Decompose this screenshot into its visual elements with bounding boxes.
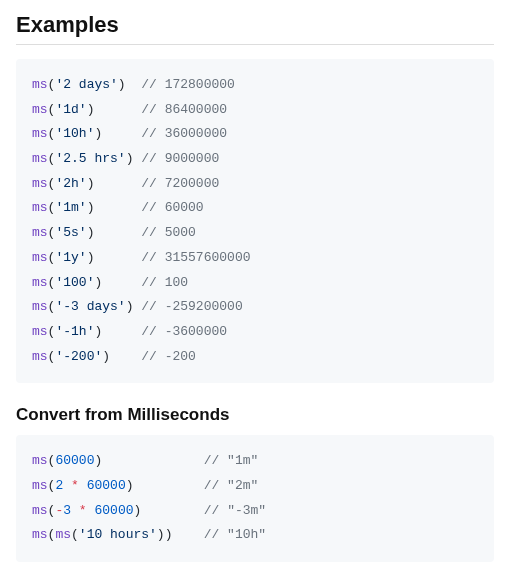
code-line: ms('-3 days') // -259200000 xyxy=(32,299,243,314)
code-line: ms(-3 * 60000) // "-3m" xyxy=(32,503,266,518)
code-line: ms('1d') // 86400000 xyxy=(32,102,227,117)
code-block-convert: ms(60000) // "1m" ms(2 * 60000) // "2m" … xyxy=(16,435,494,562)
section-heading-convert: Convert from Milliseconds xyxy=(16,405,494,425)
code-line: ms(ms('10 hours')) // "10h" xyxy=(32,527,266,542)
code-line: ms('2.5 hrs') // 9000000 xyxy=(32,151,219,166)
code-line: ms('1y') // 31557600000 xyxy=(32,250,250,265)
code-line: ms('2 days') // 172800000 xyxy=(32,77,235,92)
code-line: ms('2h') // 7200000 xyxy=(32,176,219,191)
code-line: ms('100') // 100 xyxy=(32,275,188,290)
code-line: ms('-1h') // -3600000 xyxy=(32,324,227,339)
code-line: ms('10h') // 36000000 xyxy=(32,126,227,141)
code-block-examples: ms('2 days') // 172800000 ms('1d') // 86… xyxy=(16,59,494,383)
code-line: ms('-200') // -200 xyxy=(32,349,196,364)
code-line: ms('5s') // 5000 xyxy=(32,225,196,240)
code-line: ms('1m') // 60000 xyxy=(32,200,204,215)
code-line: ms(60000) // "1m" xyxy=(32,453,258,468)
section-heading-examples: Examples xyxy=(16,12,494,38)
code-line: ms(2 * 60000) // "2m" xyxy=(32,478,258,493)
rule xyxy=(16,44,494,45)
